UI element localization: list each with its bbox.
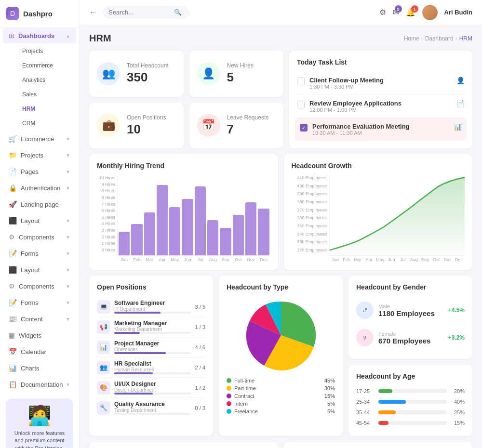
age-card: Headcount by Age 17-25 20% 25-34 40% 35-… xyxy=(348,365,472,436)
breadcrumb-current: HRM xyxy=(459,35,472,42)
sidebar-item-components2[interactable]: ⚙ Components ▼ xyxy=(3,278,76,294)
search-box: 🔍 xyxy=(103,6,189,19)
line-chart-x-labels: Jan Feb Mar Apr May Jun Jul Aug Sep Oct … xyxy=(330,256,465,262)
bell-badge: 1 xyxy=(411,5,418,13)
task-icon-2: 📄 xyxy=(456,100,465,107)
position-icon-4: 👥 xyxy=(97,361,110,374)
male-count: 1180 Employees xyxy=(378,309,435,317)
sidebar-item-layout[interactable]: ⬛ Layout ▼ xyxy=(3,213,76,228)
landing-icon: 🚀 xyxy=(9,200,17,208)
layout-icon: ⬛ xyxy=(9,217,17,224)
content-icon: 📰 xyxy=(9,315,17,323)
calendar-icon: 📅 xyxy=(9,348,17,356)
task-item-1: Client Follow-up Meeting 1:30 PM - 3:30 … xyxy=(297,72,465,95)
task-checkbox-2[interactable] xyxy=(297,101,305,108)
task-icon-3: 📊 xyxy=(454,123,462,131)
sidebar-item-authentication[interactable]: 🔒 Authentication ▼ xyxy=(3,180,76,196)
breadcrumb-dashboard[interactable]: Dashboard xyxy=(425,35,454,42)
age-row-2: 25-34 40% xyxy=(356,396,465,407)
settings-icon[interactable]: ⚙ xyxy=(379,8,386,17)
bar-apr xyxy=(157,177,168,255)
chevron-icon3: ▼ xyxy=(66,169,70,174)
task-time-2: 12:00 PM - 1:00 PM xyxy=(309,107,402,113)
task-checkbox-3[interactable]: ✓ xyxy=(300,124,308,132)
open-positions-card: Open Positions 💻 Software Engineer IT De… xyxy=(89,276,213,436)
task-name-1: Client Follow-up Meeting xyxy=(309,77,384,84)
bar-oct xyxy=(233,177,244,255)
sidebar-item-docs[interactable]: 📋 Documentation ▼ xyxy=(3,377,76,392)
sidebar-item-analytics[interactable]: Analytics xyxy=(16,73,76,87)
bar-sep xyxy=(220,177,231,255)
forms2-icon: 📝 xyxy=(9,299,17,306)
sidebar-item-content[interactable]: 📰 Content ▼ xyxy=(3,311,76,327)
sidebar-item-components[interactable]: ⚙ Components ▼ xyxy=(3,229,76,245)
bar-jul xyxy=(195,177,206,255)
dashboards-submenu: Projects Ecommerce Analytics Sales HRM C… xyxy=(0,44,79,131)
user-name: Ari Budin xyxy=(444,9,473,16)
leave-value: 7 xyxy=(227,122,269,137)
app-name: Dashpro xyxy=(23,10,53,18)
position-icon-2: 📢 xyxy=(97,320,110,334)
sidebar-item-dashboards[interactable]: ⊞ Dashboards ▲ xyxy=(3,28,76,43)
position-icon-6: 🔧 xyxy=(97,401,110,415)
sidebar-item-landing[interactable]: 🚀 Landing page xyxy=(3,197,76,212)
line-chart-svg xyxy=(329,175,465,256)
sidebar-item-widgets[interactable]: ▦ Widgets xyxy=(3,328,76,343)
pro-box: 🧑‍💻 Unlock more features and premium con… xyxy=(6,398,73,448)
sidebar-item-forms2[interactable]: 📝 Forms ▼ xyxy=(3,295,76,310)
task-item-3: ✓ Performance Evaluation Meeting 10:30 A… xyxy=(295,118,467,141)
age-row-1: 17-25 20% xyxy=(356,386,465,396)
pages-icon: 📄 xyxy=(9,168,17,175)
mail-icon[interactable]: ✉ 2 xyxy=(393,8,399,17)
gender-female-row: ♀ Female 670 Employees +3.2% xyxy=(356,324,465,351)
position-marketing-mgr: 📢 Marketing Manager Marketing Department… xyxy=(97,317,205,337)
sidebar-item-projects-main[interactable]: 📁 Projects ▼ xyxy=(3,147,76,163)
search-icon: 🔍 xyxy=(174,9,182,16)
sidebar-item-ecommerce[interactable]: 🛒 Ecommerce ▼ xyxy=(3,131,76,146)
open-positions-value: 10 xyxy=(127,122,166,137)
task-icon-1: 👤 xyxy=(456,77,465,84)
sidebar-item-hrm[interactable]: HRM xyxy=(16,102,76,116)
sidebar-item-pages[interactable]: 📄 Pages ▼ xyxy=(3,164,76,179)
forms-icon: 📝 xyxy=(9,250,17,257)
sidebar-item-ecommerce-sub[interactable]: Ecommerce xyxy=(16,58,76,73)
main-wrapper: ← 🔍 ⚙ ✉ 2 🔔 1 Ari Budin HRM H xyxy=(80,0,482,448)
position-icon-1: 💻 xyxy=(97,300,110,314)
bar-chart-x-labels: Jan Feb Mar Apr May Jun Jul Aug Sep Oct … xyxy=(118,256,270,262)
task-checkbox-1[interactable] xyxy=(297,78,305,85)
salary-chart-card: Salary by Department xyxy=(284,442,473,448)
sidebar-item-charts[interactable]: 📊 Charts xyxy=(3,360,76,376)
sidebar-item-layout2[interactable]: ⬛ Layout ▼ xyxy=(3,262,76,277)
female-icon: ♀ xyxy=(356,329,374,346)
stat-leave-requests: 📅 Leave Requests 7 xyxy=(189,103,284,149)
bar-feb xyxy=(131,177,142,255)
sidebar-item-crm[interactable]: CRM xyxy=(16,116,76,131)
pie-chart-svg xyxy=(242,297,320,374)
search-input[interactable] xyxy=(108,9,171,16)
position-software-eng: 💻 Software Engineer IT Department 3 / 5 xyxy=(97,297,205,317)
sidebar-item-calendar[interactable]: 📅 Calendar xyxy=(3,344,76,359)
task-list-title: Today Task List xyxy=(297,58,465,66)
page-title: HRM xyxy=(89,33,111,44)
task-name-3: Performance Evaluation Meeting xyxy=(312,123,410,130)
position-icon-5: 🎨 xyxy=(97,381,110,395)
chevron-icon9: ▼ xyxy=(66,284,70,289)
topbar: ← 🔍 ⚙ ✉ 2 🔔 1 Ari Budin xyxy=(80,0,482,25)
sidebar-item-sales[interactable]: Sales xyxy=(16,87,76,102)
sidebar-item-projects[interactable]: Projects xyxy=(16,44,76,58)
pie-legend: Full-time45% Part-time30% Contract15% In… xyxy=(227,377,335,415)
dept-chart-card: Headcount by Department xyxy=(89,442,278,448)
sidebar-item-forms[interactable]: 📝 Forms ▼ xyxy=(3,246,76,261)
back-button[interactable]: ← xyxy=(89,8,97,17)
chevron-icon8: ▼ xyxy=(66,267,70,273)
chevron-icon7: ▼ xyxy=(66,251,70,256)
bar-nov xyxy=(245,177,256,255)
breadcrumb-home[interactable]: Home xyxy=(404,35,419,42)
chevron-icon2: ▼ xyxy=(66,153,70,158)
bar-may xyxy=(169,177,180,255)
position-project-mgr: 📊 Project Manager Operations 4 / 6 xyxy=(97,337,205,357)
headcount-by-type-title: Headcount by Type xyxy=(227,283,335,291)
bell-icon[interactable]: 🔔 1 xyxy=(406,8,415,17)
pro-text: Unlock more features and premium content… xyxy=(12,430,67,448)
content-area: HRM Home › Dashboard › HRM 👥 Total Headc… xyxy=(80,25,482,448)
